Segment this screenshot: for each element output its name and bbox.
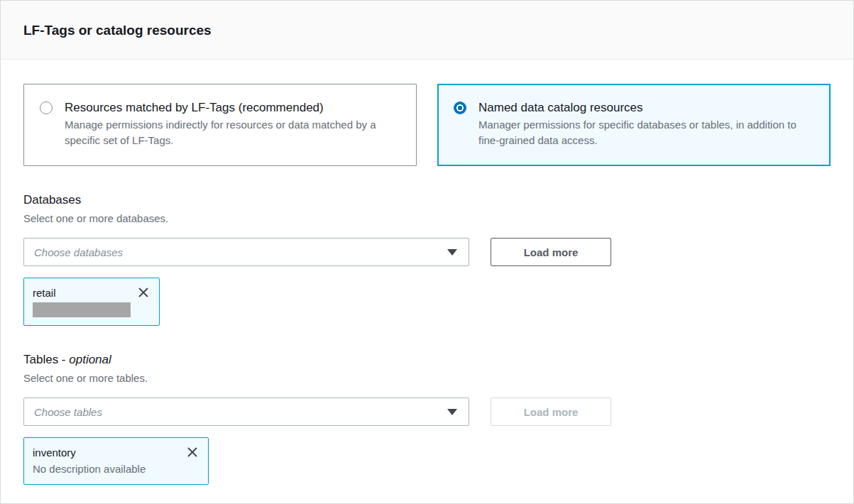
tables-select[interactable]: Choose tables bbox=[23, 398, 469, 426]
close-icon[interactable] bbox=[136, 285, 150, 300]
tables-row: Choose tables Load more bbox=[23, 398, 831, 426]
radio-button-unselected-icon[interactable] bbox=[40, 102, 53, 114]
panel-header: LF-Tags or catalog resources bbox=[1, 1, 853, 60]
radio-button-selected-icon[interactable] bbox=[454, 102, 466, 114]
radio-tile-description: Manage permissions indirectly for resour… bbox=[65, 117, 393, 148]
tables-hint: Select one or more tables. bbox=[23, 371, 831, 385]
token-description: No description available bbox=[33, 461, 199, 476]
panel-title: LF-Tags or catalog resources bbox=[23, 22, 831, 39]
token-name: inventory bbox=[33, 445, 76, 460]
radio-tile-named-resources[interactable]: Named data catalog resources Manager per… bbox=[437, 84, 831, 166]
tables-label: Tables - optional bbox=[23, 352, 831, 368]
redacted-description bbox=[33, 302, 131, 317]
databases-select[interactable]: Choose databases bbox=[23, 238, 469, 266]
radio-tile-lf-tags[interactable]: Resources matched by LF-Tags (recommende… bbox=[23, 84, 417, 166]
databases-select-placeholder: Choose databases bbox=[34, 246, 123, 258]
tables-label-text: Tables - bbox=[23, 353, 69, 366]
tables-select-placeholder: Choose tables bbox=[34, 406, 102, 418]
caret-down-icon bbox=[447, 409, 457, 415]
radio-tile-label: Resources matched by LF-Tags (recommende… bbox=[65, 100, 393, 116]
databases-label: Databases bbox=[23, 192, 831, 208]
caret-down-icon bbox=[447, 249, 457, 256]
tables-load-more-button[interactable]: Load more bbox=[491, 398, 611, 426]
databases-row: Choose databases Load more bbox=[23, 238, 831, 266]
database-token-retail: retail bbox=[23, 278, 160, 326]
panel-content: Resources matched by LF-Tags (recommende… bbox=[1, 84, 853, 485]
close-icon[interactable] bbox=[185, 445, 199, 459]
radio-tile-label: Named data catalog resources bbox=[478, 100, 806, 116]
radio-tile-description: Manager permissions for specific databas… bbox=[478, 117, 806, 148]
table-token-inventory: inventory No description available bbox=[23, 437, 209, 485]
databases-load-more-button[interactable]: Load more bbox=[491, 238, 611, 266]
radio-tile-text: Named data catalog resources Manager per… bbox=[478, 100, 806, 148]
radio-tile-text: Resources matched by LF-Tags (recommende… bbox=[65, 100, 393, 148]
lf-tags-or-catalog-resources-panel: LF-Tags or catalog resources Resources m… bbox=[0, 0, 854, 504]
tables-label-optional: optional bbox=[69, 353, 111, 366]
resource-type-radio-group: Resources matched by LF-Tags (recommende… bbox=[23, 84, 831, 166]
token-name: retail bbox=[33, 285, 56, 300]
databases-hint: Select one or more databases. bbox=[23, 212, 831, 226]
